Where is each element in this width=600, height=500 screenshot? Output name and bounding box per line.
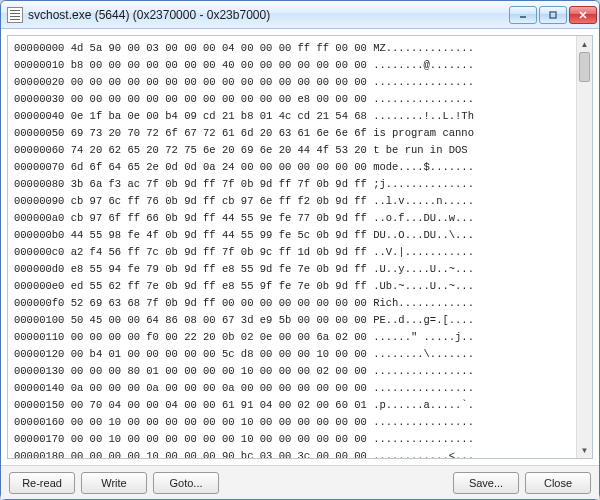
window-controls xyxy=(509,6,597,24)
reread-button[interactable]: Re-read xyxy=(9,472,75,494)
button-bar: Re-read Write Goto... Save... Close xyxy=(1,465,599,499)
close-button[interactable]: Close xyxy=(525,472,591,494)
svg-rect-1 xyxy=(550,12,556,18)
scroll-down-arrow[interactable]: ▼ xyxy=(577,442,592,458)
scroll-up-arrow[interactable]: ▲ xyxy=(577,36,592,52)
goto-button[interactable]: Goto... xyxy=(153,472,219,494)
write-button[interactable]: Write xyxy=(81,472,147,494)
hex-dump-text[interactable]: 00000000 4d 5a 90 00 03 00 00 00 04 00 0… xyxy=(8,36,576,458)
save-button[interactable]: Save... xyxy=(453,472,519,494)
maximize-button[interactable] xyxy=(539,6,567,24)
titlebar[interactable]: svchost.exe (5644) (0x2370000 - 0x23b700… xyxy=(1,1,599,29)
scroll-thumb[interactable] xyxy=(579,52,590,82)
minimize-button[interactable] xyxy=(509,6,537,24)
window-title: svchost.exe (5644) (0x2370000 - 0x23b700… xyxy=(28,8,509,22)
hex-viewer-window: svchost.exe (5644) (0x2370000 - 0x23b700… xyxy=(0,0,600,500)
app-icon xyxy=(7,7,23,23)
close-window-button[interactable] xyxy=(569,6,597,24)
hex-dump-area: 00000000 4d 5a 90 00 03 00 00 00 04 00 0… xyxy=(7,35,593,459)
vertical-scrollbar[interactable]: ▲ ▼ xyxy=(576,36,592,458)
